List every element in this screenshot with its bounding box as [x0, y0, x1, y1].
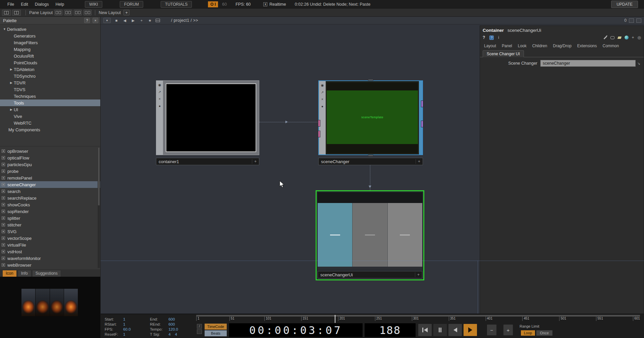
play-reverse-button[interactable]	[448, 324, 462, 336]
parent-connector[interactable]	[368, 79, 373, 81]
operator-name[interactable]: sceneChangerUi	[507, 28, 541, 33]
frame-ruler[interactable]: 1 51 101 151 201 251	[196, 315, 640, 323]
parameter-value-field[interactable]: sceneChanger	[540, 60, 636, 67]
parameter-tab[interactable]: Panel	[502, 44, 512, 48]
layout-preset-3-button[interactable]	[74, 10, 82, 15]
expand-arrow-icon[interactable]: ▶	[9, 108, 14, 111]
expand-arrow-icon[interactable]: ▶	[9, 81, 14, 84]
palette-list-item[interactable]: virtualFile	[0, 242, 100, 248]
help-icon[interactable]: ?	[483, 35, 485, 40]
out-connector[interactable]	[421, 100, 423, 107]
palette-list-item[interactable]: stitcher	[0, 221, 100, 228]
in-connector[interactable]	[318, 131, 320, 137]
forward-arrow-icon[interactable]: ▶	[130, 18, 136, 23]
beats-mode-button[interactable]: Beats	[205, 330, 227, 336]
pencil-icon[interactable]	[603, 36, 607, 39]
node-name-container1[interactable]: container1 +	[156, 158, 259, 165]
palette-list-item[interactable]: waveformMonitor	[0, 255, 100, 262]
layout-preset-2-button[interactable]	[64, 10, 72, 15]
display-flag-icon[interactable]: ◉	[158, 83, 161, 87]
palette-tab[interactable]: Icon	[2, 270, 17, 277]
node-sceneChangerUi[interactable]: sceneChangerUi +	[316, 190, 424, 280]
palette-close-button[interactable]: ×	[93, 18, 98, 23]
eraser-icon[interactable]	[617, 37, 621, 39]
node-name-sceneChangerUi[interactable]: sceneChangerUi +	[318, 271, 422, 278]
palette-help-button[interactable]: ?	[84, 18, 90, 23]
step-back-button[interactable]: −	[487, 324, 497, 336]
info-box-icon[interactable]: ?	[489, 36, 494, 40]
performance-indicator-badge[interactable]: O I	[208, 1, 218, 7]
layout-preset-1-button[interactable]	[54, 10, 62, 15]
speech-bubble-icon[interactable]	[610, 36, 614, 39]
realtime-checkbox[interactable]: x	[263, 2, 267, 6]
parameter-label[interactable]: Scene Changer	[480, 61, 540, 66]
palette-list-item[interactable]: opticalFlow	[0, 154, 100, 161]
palette-tree-item[interactable]: TDVS	[0, 86, 100, 93]
pane-split-icon[interactable]	[2, 10, 11, 16]
expand-arrow-icon[interactable]: ▼	[2, 27, 7, 31]
palette-tree-item[interactable]: TDSynchro	[0, 73, 100, 79]
bypass-flag-icon[interactable]: ×	[321, 98, 323, 101]
palette-tab[interactable]: Info	[18, 270, 31, 277]
bookmark-star-icon[interactable]: ★	[147, 18, 153, 23]
field-value[interactable]: 1	[123, 317, 125, 321]
field-value[interactable]: 120.0	[168, 327, 178, 331]
palette-list-item[interactable]: showCooks	[0, 201, 100, 208]
parameter-tab[interactable]: Extensions	[577, 44, 597, 48]
palette-list-item[interactable]: vstHost	[0, 248, 100, 255]
palette-tree-item[interactable]: ▶ UI	[0, 106, 100, 113]
palette-list-item[interactable]: remotePanel	[0, 175, 100, 181]
bypass-flag-icon[interactable]: ×	[159, 97, 161, 101]
menu-item[interactable]: File	[4, 2, 17, 7]
palette-list-item[interactable]: SVG	[0, 228, 100, 235]
plus-icon[interactable]: +	[632, 35, 634, 40]
once-button[interactable]: Once	[536, 330, 552, 336]
timeline-field[interactable]: RStart: 1	[105, 322, 150, 327]
node-expand-button[interactable]: +	[416, 159, 420, 164]
parameter-tab[interactable]: Look	[518, 44, 527, 48]
palette-list-item[interactable]: sceneChanger	[0, 181, 100, 188]
palette-list-item[interactable]: vectorScope	[0, 235, 100, 242]
palette-list-item[interactable]: particlesGpu	[0, 161, 100, 168]
palette-tree-item[interactable]: WebRTC	[0, 120, 100, 126]
child-connector[interactable]	[368, 155, 373, 156]
stop-icon[interactable]: ■	[114, 18, 119, 22]
node-name-sceneChanger[interactable]: sceneChanger +	[318, 158, 423, 165]
expand-arrow-icon[interactable]: ▶	[9, 68, 14, 71]
palette-tree-item[interactable]: ▼ Derivative	[0, 26, 100, 32]
field-value[interactable]: 60.0	[123, 327, 130, 331]
palette-tree-item[interactable]: Tools	[0, 99, 100, 106]
node-sceneChanger[interactable]: ◉ ↗ × ● sceneTemplate	[318, 80, 423, 155]
link-button[interactable]: WIKI	[85, 1, 102, 8]
parameter-page-tab[interactable]: Scene Changer UI	[483, 50, 524, 57]
palette-list-item[interactable]: search	[0, 188, 100, 195]
timeline-field[interactable]: FPS: 60.0	[105, 327, 150, 332]
field-value[interactable]: 1	[123, 322, 125, 326]
network-path-breadcrumb[interactable]: / project1 / >>	[171, 18, 198, 23]
display-flag-icon[interactable]: ◉	[321, 84, 324, 87]
parameter-tab[interactable]: Children	[532, 44, 547, 48]
menu-item[interactable]: Edit	[17, 2, 32, 7]
palette-list-item[interactable]: sopRender	[0, 208, 100, 215]
timeline-field[interactable]: End: 600	[150, 317, 204, 322]
info-icon[interactable]: i	[498, 35, 499, 40]
field-value[interactable]: 600	[168, 317, 175, 321]
palette-list-item[interactable]: probe	[0, 168, 100, 175]
list-toggle-icon[interactable]	[636, 18, 641, 23]
field-value[interactable]: 1	[123, 332, 125, 336]
loop-button[interactable]: Loop	[521, 330, 535, 336]
bullseye-icon[interactable]: ◎	[638, 35, 641, 40]
out-connector[interactable]	[421, 121, 423, 127]
pause-button[interactable]	[433, 324, 447, 336]
wire-container1-to-sceneChanger[interactable]	[259, 122, 318, 122]
palette-tree-item[interactable]: Generators	[0, 32, 100, 39]
node-expand-button[interactable]: +	[415, 272, 420, 277]
mini-toggle-button[interactable]	[197, 329, 202, 334]
link-button[interactable]: FORUM	[120, 1, 143, 8]
palette-tree-item[interactable]: Mapping	[0, 46, 100, 53]
add-icon[interactable]: +	[139, 18, 144, 22]
viewer-flag-icon[interactable]: ↗	[321, 91, 324, 94]
pane-layout-icon[interactable]	[156, 19, 160, 22]
jump-to-start-button[interactable]	[418, 324, 432, 336]
in-connector[interactable]	[318, 120, 320, 127]
